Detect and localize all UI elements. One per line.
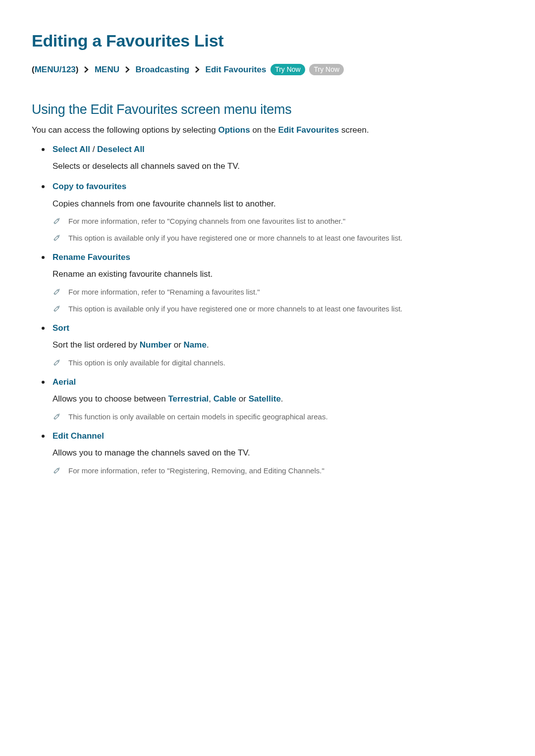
option-note-text: For more information, refer to "Renaming… — [68, 288, 260, 296]
option-desc-text: . — [207, 340, 209, 350]
option-title-text: Edit Channel — [53, 431, 104, 441]
option-title: Aerial — [53, 376, 503, 389]
chevron-right-icon — [125, 66, 130, 73]
option-description: Rename an existing favourite channels li… — [53, 268, 503, 281]
pencil-icon — [53, 233, 61, 242]
pencil-icon — [53, 358, 61, 367]
option-item: SortSort the list ordered by Number or N… — [53, 322, 503, 368]
option-title-separator: / — [90, 145, 97, 154]
pencil-icon — [53, 287, 61, 296]
breadcrumb-menu123: MENU/123 — [35, 65, 76, 74]
option-title: Copy to favourites — [53, 181, 503, 193]
option-desc-text: or — [236, 394, 249, 403]
try-now-button-disabled: Try Now — [309, 64, 344, 75]
option-desc-text: , — [209, 394, 213, 403]
option-desc-text: or — [171, 340, 184, 350]
option-desc-text: Selects or deselects all channels saved … — [53, 161, 240, 171]
option-note: This function is only available on certa… — [53, 411, 503, 422]
option-desc-highlight: Satellite — [249, 394, 281, 403]
option-note-text: This option is available only if you hav… — [68, 234, 403, 242]
option-title: Select All / Deselect All — [53, 144, 503, 156]
option-desc-text: Allows you to manage the channels saved … — [53, 448, 250, 457]
chevron-right-icon — [195, 66, 200, 73]
option-description: Selects or deselects all channels saved … — [53, 160, 503, 173]
option-note: This option is available only if you hav… — [53, 303, 503, 314]
option-title-text: Rename Favourites — [53, 252, 130, 262]
option-title-text: Select All — [53, 145, 90, 154]
option-description: Allows you to choose between Terrestrial… — [53, 393, 503, 405]
option-description: Sort the list ordered by Number or Name. — [53, 339, 503, 352]
option-item: AerialAllows you to choose between Terre… — [53, 376, 503, 422]
try-now-button[interactable]: Try Now — [270, 64, 305, 75]
option-desc-text: Allows you to choose between — [53, 394, 168, 403]
option-description: Copies channels from one favourite chann… — [53, 198, 503, 210]
option-desc-text: Rename an existing favourite channels li… — [53, 269, 213, 279]
option-description: Allows you to manage the channels saved … — [53, 447, 503, 459]
option-note-text: For more information, refer to "Copying … — [68, 217, 345, 225]
pencil-icon — [53, 304, 61, 313]
page-title: Editing a Favourites List — [32, 29, 503, 53]
option-title-text: Sort — [53, 323, 69, 333]
option-note: For more information, refer to "Copying … — [53, 216, 503, 227]
pencil-icon — [53, 412, 61, 421]
option-note: For more information, refer to "Renaming… — [53, 287, 503, 298]
breadcrumb-menu: MENU — [95, 65, 119, 74]
chevron-right-icon — [84, 66, 89, 73]
option-item: Rename FavouritesRename an existing favo… — [53, 252, 503, 314]
section-heading: Using the Edit Favourites screen menu it… — [32, 100, 503, 119]
pencil-icon — [53, 216, 61, 225]
option-desc-highlight: Cable — [214, 394, 236, 403]
breadcrumb-broadcasting: Broadcasting — [135, 65, 189, 74]
option-title-text: Deselect All — [97, 145, 145, 154]
option-desc-text: . — [281, 394, 283, 403]
option-note-text: This function is only available on certa… — [68, 412, 328, 421]
option-title: Rename Favourites — [53, 252, 503, 264]
option-desc-highlight: Number — [140, 340, 171, 350]
option-desc-highlight: Name — [184, 340, 207, 350]
intro-paragraph: You can access the following options by … — [32, 124, 503, 137]
option-title-text: Copy to favourites — [53, 182, 126, 191]
breadcrumb-edit-favourites: Edit Favourites — [206, 65, 267, 74]
option-note: For more information, refer to "Register… — [53, 465, 503, 476]
option-desc-text: Copies channels from one favourite chann… — [53, 199, 276, 208]
pencil-icon — [53, 466, 61, 475]
option-title-text: Aerial — [53, 377, 76, 387]
option-note-text: This option is available only if you hav… — [68, 304, 403, 313]
option-note: This option is only available for digita… — [53, 357, 503, 368]
option-desc-highlight: Terrestrial — [168, 394, 209, 403]
option-note-text: This option is only available for digita… — [68, 358, 225, 367]
options-list: Select All / Deselect AllSelects or dese… — [32, 144, 503, 476]
option-item: Copy to favouritesCopies channels from o… — [53, 181, 503, 244]
option-note: This option is available only if you hav… — [53, 233, 503, 244]
breadcrumb: (MENU/123) MENU Broadcasting Edit Favour… — [32, 64, 503, 76]
option-note-text: For more information, refer to "Register… — [68, 466, 324, 475]
option-title: Edit Channel — [53, 430, 503, 443]
option-item: Edit ChannelAllows you to manage the cha… — [53, 430, 503, 476]
option-item: Select All / Deselect AllSelects or dese… — [53, 144, 503, 173]
option-desc-text: Sort the list ordered by — [53, 340, 140, 350]
option-title: Sort — [53, 322, 503, 335]
